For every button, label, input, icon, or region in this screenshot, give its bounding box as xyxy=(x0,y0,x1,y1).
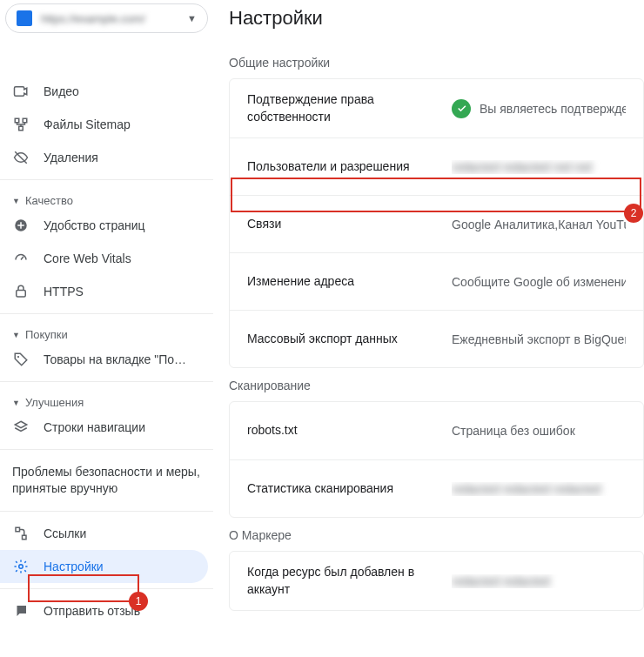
svg-rect-2 xyxy=(19,126,23,131)
check-circle-icon xyxy=(452,99,471,118)
section-enhance[interactable]: ▼Улучшения xyxy=(0,387,213,411)
sitemap-icon xyxy=(12,116,30,133)
sidebar-item-page-experience[interactable]: Удобство страниц xyxy=(0,209,208,242)
card-crawling: robots.txt Страница без ошибок Статистик… xyxy=(229,401,644,518)
blank-icon xyxy=(12,50,30,67)
main-content: Настройки Общие настройки Подтверждение … xyxy=(213,0,644,657)
card-about: Когда ресурс был добавлен в аккаунт reda… xyxy=(229,551,644,611)
property-selector[interactable]: https://example.com/ ▼ xyxy=(5,3,208,33)
property-icon xyxy=(17,10,32,26)
speed-icon xyxy=(12,250,30,267)
chevron-down-icon: ▼ xyxy=(12,399,20,407)
sidebar-item-links[interactable]: Ссылки xyxy=(0,517,208,550)
sidebar-item-breadcrumbs[interactable]: Строки навигации xyxy=(0,411,208,444)
sidebar-item-https[interactable]: HTTPS xyxy=(0,275,208,308)
sidebar-item-security[interactable]: Проблемы безопасности и меры, принятые в… xyxy=(0,455,213,506)
sidebar-item-settings[interactable]: Настройки xyxy=(0,550,208,583)
visibility-off-icon xyxy=(12,149,30,166)
row-bulk-export[interactable]: Массовый экспорт данных Ежедневный экспо… xyxy=(230,310,643,367)
sidebar-item-video[interactable]: Видео xyxy=(0,75,208,108)
row-crawl-stats[interactable]: Статистика сканирования redacted redacte… xyxy=(230,459,643,517)
sidebar-item-cwv[interactable]: Core Web Vitals xyxy=(0,242,208,275)
card-general: Подтверждение права собственности Вы явл… xyxy=(229,78,644,368)
row-ownership[interactable]: Подтверждение права собственности Вы явл… xyxy=(230,79,643,137)
svg-point-7 xyxy=(17,356,19,358)
row-users-permissions[interactable]: Пользователи и разрешения redacted redac… xyxy=(230,137,643,195)
row-added-date[interactable]: Когда ресурс был добавлен в аккаунт reda… xyxy=(230,552,643,610)
sidebar-item-blank[interactable] xyxy=(0,42,208,75)
sidebar: https://example.com/ ▼ Видео Файлы Sitem… xyxy=(0,0,213,657)
sidebar-item-feedback[interactable]: Отправить отзыв xyxy=(0,594,208,627)
chevron-down-icon: ▼ xyxy=(187,13,197,23)
page-title: Настройки xyxy=(229,0,644,45)
row-change-address[interactable]: Изменение адреса Сообщите Google об изме… xyxy=(230,252,643,310)
video-icon xyxy=(12,83,30,100)
plus-circle-icon xyxy=(12,217,30,234)
svg-rect-9 xyxy=(23,535,27,540)
row-robots[interactable]: robots.txt Страница без ошибок xyxy=(230,402,643,459)
svg-line-5 xyxy=(21,257,23,260)
feedback-icon xyxy=(12,602,30,620)
links-icon xyxy=(12,525,30,542)
lock-icon xyxy=(12,283,30,300)
svg-point-10 xyxy=(19,565,23,569)
section-label-general: Общие настройки xyxy=(229,45,644,78)
svg-rect-6 xyxy=(17,291,26,298)
svg-rect-1 xyxy=(23,118,27,123)
sidebar-item-removals[interactable]: Удаления xyxy=(0,141,208,174)
chevron-down-icon: ▼ xyxy=(12,331,20,339)
chevron-down-icon: ▼ xyxy=(12,197,20,205)
section-shopping[interactable]: ▼Покупки xyxy=(0,319,213,343)
sidebar-item-merchant[interactable]: Товары на вкладке "По… xyxy=(0,343,208,376)
property-name: https://example.com/ xyxy=(41,12,178,25)
row-associations[interactable]: Связи Google Аналитика,Канал YouTube xyxy=(230,195,643,252)
section-label-about: О Маркере xyxy=(229,518,644,551)
gear-icon xyxy=(12,558,30,575)
section-quality[interactable]: ▼Качество xyxy=(0,185,213,209)
tag-icon xyxy=(12,351,30,368)
layers-icon xyxy=(12,419,30,436)
sidebar-item-sitemap[interactable]: Файлы Sitemap xyxy=(0,108,208,141)
svg-rect-8 xyxy=(16,527,20,532)
svg-rect-0 xyxy=(15,118,19,123)
section-label-crawling: Сканирование xyxy=(229,368,644,401)
